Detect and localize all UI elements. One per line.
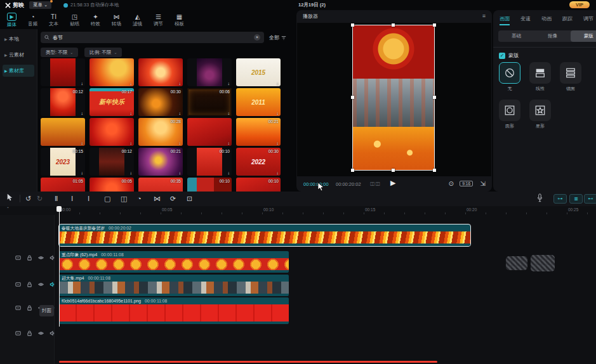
download-icon[interactable]: ↓ bbox=[228, 81, 230, 86]
delete-right-tool[interactable]: Ⅰ bbox=[88, 193, 89, 204]
tab-跟踪[interactable]: 跟踪 bbox=[562, 15, 573, 25]
reverse-tool[interactable]: ◔ bbox=[137, 193, 142, 204]
toolbar-item-filters[interactable]: ◭滤镜 bbox=[127, 11, 148, 29]
lock-icon[interactable] bbox=[27, 282, 32, 287]
toolbar-item-sticker[interactable]: ◳贴纸 bbox=[64, 11, 85, 29]
redo-tool[interactable]: ↻ bbox=[37, 193, 43, 204]
tab-画面[interactable]: 画面 bbox=[500, 15, 510, 25]
timeline-ruler[interactable]: 00:0000:0500:1000:1500:2000:25 bbox=[54, 206, 596, 215]
media-thumbnail[interactable]: 2011↓ bbox=[236, 88, 281, 116]
playhead[interactable] bbox=[59, 206, 60, 327]
tab-调节[interactable]: 调节 bbox=[583, 15, 593, 25]
type-icon[interactable] bbox=[15, 330, 21, 336]
subtab-抠像[interactable]: 抠像 bbox=[534, 30, 571, 42]
split-view-icon[interactable]: ◫◫ bbox=[370, 181, 381, 186]
eye-icon[interactable] bbox=[38, 255, 44, 261]
download-icon[interactable]: ↓ bbox=[179, 141, 182, 145]
playhead-handle[interactable] bbox=[56, 206, 62, 212]
download-icon[interactable]: ↓ bbox=[130, 81, 133, 86]
download-icon[interactable]: ↓ bbox=[130, 111, 133, 115]
mirror-tool[interactable]: ⋈ bbox=[154, 193, 161, 204]
download-icon[interactable]: ↓ bbox=[179, 171, 182, 175]
media-thumbnail[interactable]: ↓ bbox=[138, 58, 183, 86]
cover-button[interactable]: 封面 bbox=[39, 305, 54, 316]
select-tool[interactable]: ⌄ bbox=[6, 193, 13, 212]
selection-handle[interactable] bbox=[433, 23, 436, 27]
lock-icon[interactable] bbox=[27, 330, 32, 336]
download-icon[interactable]: ↓ bbox=[228, 141, 230, 145]
player-menu-icon[interactable]: ≡ bbox=[482, 13, 486, 19]
media-thumbnail[interactable]: ↓ bbox=[187, 58, 232, 86]
timeline-clip[interactable]: 赶大集.mp400:00:11:08 bbox=[59, 275, 289, 296]
vip-badge[interactable]: VIP bbox=[569, 1, 590, 8]
download-icon[interactable]: ↓ bbox=[228, 171, 230, 175]
media-thumbnail[interactable]: ↓ bbox=[89, 118, 134, 146]
media-thumbnail[interactable]: 00:30↓ bbox=[138, 88, 183, 116]
media-thumbnail[interactable]: 00:21↓ bbox=[236, 118, 281, 146]
download-icon[interactable]: ↓ bbox=[81, 171, 84, 175]
linkage-toggle[interactable]: ≣ bbox=[569, 194, 583, 204]
selection-handle[interactable] bbox=[433, 96, 436, 99]
snap-toggle[interactable]: ⊶ bbox=[553, 194, 567, 204]
media-thumbnail[interactable]: 新年快乐00:17↓ bbox=[89, 88, 134, 116]
media-thumbnail[interactable]: 202300:15↓ bbox=[41, 148, 85, 176]
media-thumbnail[interactable]: 202200:30↓ bbox=[236, 148, 281, 176]
delete-tool[interactable]: ▢ bbox=[104, 193, 110, 204]
undo-tool[interactable]: ↺ bbox=[25, 193, 31, 204]
selection-handle[interactable] bbox=[433, 169, 436, 172]
selection-handle[interactable] bbox=[351, 169, 354, 172]
download-icon[interactable]: ↓ bbox=[81, 111, 84, 115]
play-button[interactable]: ▶ bbox=[390, 179, 395, 187]
speaker-icon[interactable] bbox=[50, 255, 55, 261]
split-tool[interactable]: Ⅱ bbox=[55, 193, 58, 204]
toolbar-item-text[interactable]: TI文本 bbox=[43, 11, 64, 29]
tab-动画[interactable]: 动画 bbox=[541, 15, 552, 25]
timeline-clip[interactable]: 重点印象 (62).mp400:00:11:08 bbox=[59, 251, 289, 273]
selection-handle[interactable] bbox=[351, 23, 354, 27]
menu-button[interactable]: 菜单 ⌄ bbox=[29, 1, 51, 9]
mask-option-mirror[interactable]: 镜面 bbox=[560, 62, 581, 92]
media-thumbnail[interactable]: ↓ bbox=[89, 58, 134, 86]
selection-handle[interactable] bbox=[392, 169, 395, 172]
media-thumbnail[interactable]: 2015↓ bbox=[236, 58, 281, 86]
search-input[interactable]: 春节 × bbox=[41, 32, 264, 43]
freeze-tool[interactable]: ◫ bbox=[121, 193, 127, 204]
sidebar-item-cloud[interactable]: ▶云素材 bbox=[3, 49, 34, 61]
subtab-基础[interactable]: 基础 bbox=[498, 30, 534, 42]
rotate-tool[interactable]: ⟳ bbox=[170, 193, 176, 204]
fit-canvas-icon[interactable]: ⊙ bbox=[449, 180, 454, 187]
toolbar-item-audio[interactable]: ◔音频 bbox=[22, 11, 43, 29]
mask-option-linear[interactable]: 线性 bbox=[529, 62, 551, 92]
timeline-clip[interactable]: f0cb0514af66d1bcabc1680495e1101.png00:00… bbox=[59, 297, 289, 324]
download-icon[interactable]: ↓ bbox=[179, 81, 182, 86]
media-thumbnail[interactable]: ↓ bbox=[41, 58, 85, 86]
crop-tool[interactable]: ⊡ bbox=[187, 193, 192, 204]
eye-icon[interactable] bbox=[38, 330, 44, 336]
media-thumbnail[interactable]: 00:12↓ bbox=[41, 88, 85, 116]
download-icon[interactable]: ↓ bbox=[179, 111, 182, 115]
toolbar-item-templates[interactable]: ▦模板 bbox=[169, 11, 190, 29]
tab-变速[interactable]: 变速 bbox=[520, 15, 531, 25]
download-icon[interactable]: ↓ bbox=[277, 81, 279, 86]
search-clear-button[interactable]: × bbox=[254, 34, 260, 41]
media-thumbnail[interactable]: 01:05↓ bbox=[41, 178, 85, 192]
type-icon[interactable] bbox=[15, 255, 21, 261]
subtab-蒙版[interactable]: 蒙版 bbox=[571, 30, 596, 42]
toolbar-item-effects[interactable]: ✦特效 bbox=[85, 11, 106, 29]
filter-chip-0[interactable]: 类型: 不限⌄ bbox=[41, 48, 78, 57]
download-icon[interactable]: ↓ bbox=[130, 141, 133, 145]
media-thumbnail[interactable]: 00:05↓ bbox=[89, 178, 134, 192]
toolbar-item-adjust[interactable]: ☰调节 bbox=[148, 11, 169, 29]
speaker-icon[interactable] bbox=[50, 282, 55, 287]
sidebar-item-local[interactable]: ▶本地 bbox=[3, 33, 34, 45]
toolbar-item-transition[interactable]: ⋈转场 bbox=[106, 11, 127, 29]
media-thumbnail[interactable]: 00:21↓ bbox=[138, 148, 183, 176]
preview-video[interactable] bbox=[353, 25, 434, 170]
aspect-ratio-button[interactable]: 9:16 bbox=[460, 181, 473, 186]
lock-icon[interactable] bbox=[27, 255, 32, 261]
all-filter-button[interactable]: 全部 bbox=[269, 34, 286, 41]
type-icon[interactable] bbox=[15, 305, 21, 311]
filter-chip-1[interactable]: 比例: 不限⌄ bbox=[84, 48, 122, 57]
preview-axis-toggle[interactable]: ⊷ bbox=[584, 194, 596, 204]
selection-handle[interactable] bbox=[351, 96, 354, 99]
